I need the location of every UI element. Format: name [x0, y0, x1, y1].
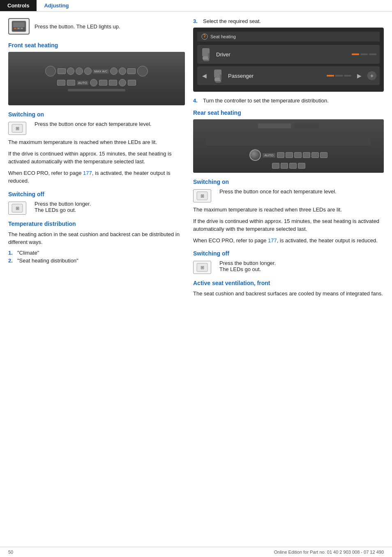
climate-mid-btn	[57, 80, 65, 86]
active-vent-text: The seat cushion and backrest surfaces a…	[193, 290, 384, 298]
svg-rect-4	[21, 28, 23, 29]
max-temp-text-front: The maximum temperature is reached when …	[8, 138, 185, 146]
eco-text-rear: When ECO PRO, refer to page 177, is acti…	[193, 237, 384, 245]
climate-mid-btn3	[99, 80, 107, 86]
rear-switching-on-row: ⊞ Press the button once for each tempera…	[193, 188, 384, 202]
rear-btn-1	[277, 152, 284, 158]
step4-num: 4.	[193, 97, 200, 104]
driver-seat-icon	[201, 47, 212, 61]
climate-max-ac-label: MAX A/C	[93, 69, 108, 74]
rear-switching-off-text1: Press the button longer.	[219, 260, 276, 266]
step4-row: 4. Turn the controller to set the temper…	[193, 97, 384, 104]
driver-seat-row[interactable]: Driver	[197, 45, 380, 64]
list-text-1: "Climate"	[17, 250, 39, 256]
front-seat-heading: Front seat heating	[8, 42, 185, 49]
switching-off-text1-front: Press the button longer.	[35, 201, 91, 207]
rear-switching-off-row: ⊞ Press the button longer. The LEDs go o…	[193, 260, 384, 274]
svg-text:⊞: ⊞	[201, 265, 204, 270]
step3-text: Select the required seat.	[203, 18, 261, 24]
step4-text: Turn the controller to set the temperatu…	[203, 97, 329, 104]
svg-text:⊞: ⊞	[16, 206, 19, 211]
rear-buttons	[277, 152, 327, 158]
climate-mid-round	[90, 79, 97, 86]
temp-dist-list: 1. "Climate" 2. "Seat heating distributi…	[8, 250, 185, 264]
switching-off-row-front: ⊞ Press the button longer. The LEDs go o…	[8, 201, 185, 215]
climate-slider	[68, 89, 125, 91]
front-switching-off-heading: Switching off	[8, 191, 185, 197]
switching-on-text: Press the button once for each temperatu…	[35, 121, 152, 127]
heat-bar-1	[352, 53, 359, 55]
rear-panel-strip2	[294, 123, 319, 128]
rear-mid-row: AUTO	[249, 149, 327, 161]
main-content: Press the button. The LED lights up. Fro…	[0, 12, 392, 318]
eco-text-front: When ECO PRO, refer to page 177, is acti…	[8, 169, 185, 185]
intro-row: Press the button. The LED lights up.	[8, 18, 185, 35]
page-header: Controls Adjusting	[0, 0, 392, 12]
rear-switching-off-heading: Switching off	[193, 250, 384, 257]
rear-switching-off-text2: The LEDs go out.	[219, 266, 276, 272]
driver-label: Driver	[216, 51, 348, 58]
active-vent-heading: Active seat ventilation, front	[193, 280, 384, 286]
list-item-1: 1. "Climate"	[8, 250, 185, 256]
max-temp-text-rear: The maximum temperature is reached when …	[193, 206, 384, 214]
rear-bottom-row	[272, 163, 305, 169]
rear-bottom-btn-1	[272, 163, 279, 169]
rear-switching-off-texts: Press the button longer. The LEDs go out…	[219, 260, 276, 272]
rear-switching-on-text: Press the button once for each temperatu…	[219, 188, 337, 195]
seat-heating-title: Seat heating	[210, 34, 236, 39]
temp-dist-text: The heating action in the seat cushion a…	[8, 230, 185, 246]
eco-page-link-front[interactable]: 177	[83, 170, 92, 176]
climate-btn-round4	[110, 67, 118, 75]
climate-btn2	[127, 68, 136, 74]
edition-text: Online Edition for Part no. 01 40 2 903 …	[274, 550, 384, 555]
front-switching-on-heading: Switching on	[8, 111, 185, 118]
rear-eco-after: , is activated, the heater output is red…	[277, 237, 378, 244]
rear-seat-heading: Rear seat heating	[193, 109, 384, 116]
rear-panel-strip	[258, 123, 291, 128]
right-column: 3. Select the required seat. Seat heatin…	[193, 18, 384, 301]
front-panel-image: MAX A/C AUTO	[8, 52, 185, 105]
svg-rect-3	[17, 28, 20, 29]
rear-auto-label: AUTO	[263, 153, 275, 158]
step3-num: 3.	[193, 18, 200, 24]
climate-mid-btn2	[67, 80, 75, 86]
list-num-1: 1.	[8, 250, 15, 256]
heat-bar-3	[369, 53, 376, 55]
seat-heat-off-icon: ⊞	[8, 202, 26, 215]
rear-btn-5	[311, 152, 319, 158]
rear-btn-3	[294, 152, 302, 158]
rear-bottom-btn-3	[289, 163, 297, 169]
climate-mid-btn4	[109, 80, 117, 86]
driver-heat-indicator	[352, 53, 376, 55]
passenger-label: Passenger	[228, 73, 323, 79]
climate-btn	[58, 68, 66, 74]
heat-bar-2	[360, 53, 368, 55]
svg-rect-12	[208, 53, 210, 59]
rear-bottom-btn-4	[298, 163, 305, 169]
arrow-left-icon[interactable]: ◀	[201, 72, 208, 79]
plus-button[interactable]: +	[367, 71, 376, 80]
passenger-heat-bar-2	[335, 75, 343, 77]
climate-mid-round2	[119, 79, 126, 86]
arrow-right-icon[interactable]: ▶	[355, 72, 363, 79]
tab-controls[interactable]: Controls	[0, 0, 37, 11]
step3-row: 3. Select the required seat.	[193, 18, 384, 24]
eco-page-link-rear[interactable]: 177	[268, 237, 277, 244]
svg-rect-15	[220, 74, 221, 80]
rear-center-bar	[206, 132, 371, 146]
svg-text:⊞: ⊞	[201, 193, 204, 198]
tab-adjusting[interactable]: Adjusting	[37, 0, 76, 11]
rear-btn-6	[320, 152, 327, 158]
passenger-seat-row[interactable]: ◀ Passenger ▶ +	[197, 66, 380, 85]
list-item-2: 2. "Seat heating distribution"	[8, 258, 185, 264]
seat-heating-title-bar: Seat heating	[197, 32, 380, 42]
switching-off-text2-front: The LEDs go out.	[35, 207, 91, 213]
rear-top-panel	[258, 123, 319, 128]
temp-dist-heading: Temperature distribution	[8, 220, 185, 227]
climate-knob-left	[45, 66, 56, 77]
auto-text-rear: If the drive is continued within approx.…	[193, 217, 384, 233]
list-num-2: 2.	[8, 258, 15, 264]
page-footer: 50 Online Edition for Part no. 01 40 2 9…	[0, 547, 392, 557]
climate-knob-right	[137, 66, 148, 77]
rear-bottom-buttons	[272, 163, 305, 169]
